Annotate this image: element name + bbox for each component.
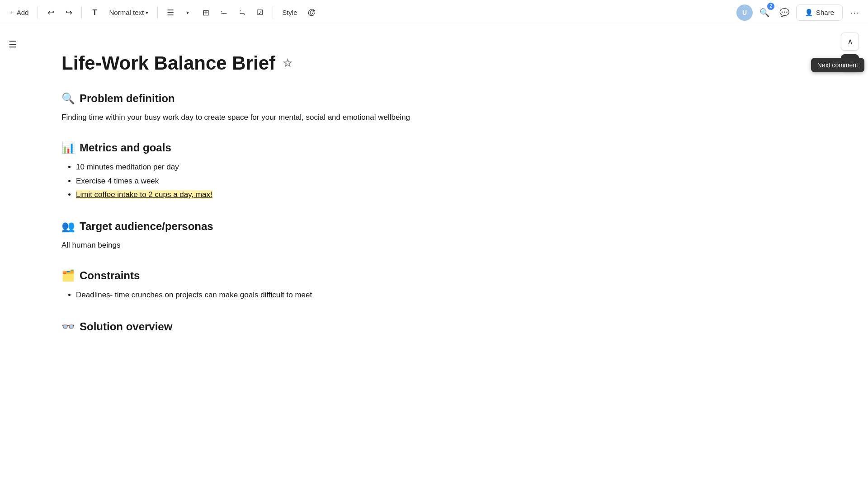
section-heading-solution: 👓 Solution overview bbox=[61, 320, 778, 333]
numbered-list-button[interactable]: ≒ bbox=[234, 5, 250, 21]
constraints-bullet-list: Deadlines- time crunches on projects can… bbox=[61, 288, 778, 302]
chevron-down-icon: ▾ bbox=[146, 9, 148, 16]
plus-icon: + bbox=[10, 9, 14, 16]
content-area: Life-Work Balance Brief ☆ 🔍 Problem defi… bbox=[25, 25, 832, 488]
align-group: ☰ ▾ bbox=[162, 5, 196, 21]
favorite-star-icon[interactable]: ☆ bbox=[283, 57, 292, 70]
metrics-icon: 📊 bbox=[61, 141, 75, 154]
align-icon: ☰ bbox=[167, 8, 174, 18]
sidebar-toggle-area: ☰ bbox=[0, 25, 25, 488]
add-label: Add bbox=[17, 9, 29, 16]
check-icon: ☑ bbox=[257, 8, 263, 17]
metrics-heading-text: Metrics and goals bbox=[80, 141, 171, 154]
prev-comment-button[interactable]: ∧ bbox=[841, 33, 859, 51]
style-label: Style bbox=[282, 9, 297, 16]
style-button[interactable]: Style bbox=[278, 6, 302, 19]
section-heading-metrics: 📊 Metrics and goals bbox=[61, 141, 778, 154]
right-panel: ∧ ∨ Next comment bbox=[832, 25, 868, 488]
list-item: Deadlines- time crunches on projects can… bbox=[76, 288, 778, 302]
redo-button[interactable]: ↪ bbox=[61, 5, 77, 21]
sidebar-toggle-button[interactable]: ☰ bbox=[5, 36, 21, 52]
constraints-heading-text: Constraints bbox=[80, 269, 140, 282]
sidebar-toggle-icon: ☰ bbox=[9, 39, 17, 50]
numbered-list-icon: ≒ bbox=[239, 8, 245, 17]
share-button[interactable]: 👤 Share bbox=[796, 5, 843, 21]
constraints-icon: 🗂️ bbox=[61, 269, 75, 282]
next-comment-tooltip: Next comment bbox=[811, 58, 864, 72]
toolbar-right: U 🔍 2 💬 👤 Share ⋯ bbox=[736, 5, 863, 21]
mention-icon: @ bbox=[307, 8, 316, 17]
section-heading-constraints: 🗂️ Constraints bbox=[61, 269, 778, 282]
align-dropdown[interactable]: ▾ bbox=[179, 5, 196, 21]
divider-4 bbox=[273, 6, 273, 19]
bullet-list-icon: ≔ bbox=[220, 8, 227, 17]
document-title: Life-Work Balance Brief ☆ bbox=[61, 52, 778, 74]
tooltip-label: Next comment bbox=[817, 61, 858, 69]
text-icon: T bbox=[93, 9, 97, 17]
problem-icon: 🔍 bbox=[61, 92, 75, 105]
section-target-audience: 👥 Target audience/personas All human bei… bbox=[61, 220, 778, 251]
problem-heading-text: Problem definition bbox=[80, 92, 175, 105]
main-layout: ☰ Life-Work Balance Brief ☆ 🔍 Problem de… bbox=[0, 25, 868, 488]
bullet-list-button[interactable]: ≔ bbox=[216, 5, 232, 21]
divider-2 bbox=[81, 6, 82, 19]
list-item: Limit coffee intake to 2 cups a day, max… bbox=[76, 188, 778, 202]
list-item: Exercise 4 times a week bbox=[76, 174, 778, 188]
table-icon: ⊞ bbox=[203, 8, 209, 18]
share-label: Share bbox=[816, 9, 834, 16]
text-format-button[interactable]: T bbox=[86, 5, 103, 21]
divider-1 bbox=[38, 6, 38, 19]
divider-3 bbox=[157, 6, 158, 19]
section-problem-definition: 🔍 Problem definition Finding time within… bbox=[61, 92, 778, 123]
section-heading-audience: 👥 Target audience/personas bbox=[61, 220, 778, 233]
audience-heading-text: Target audience/personas bbox=[80, 220, 213, 233]
section-solution: 👓 Solution overview bbox=[61, 320, 778, 333]
comments-button[interactable]: 💬 bbox=[776, 5, 793, 21]
notification-badge[interactable]: 🔍 2 bbox=[756, 5, 773, 21]
highlighted-text: Limit coffee intake to 2 cups a day, max… bbox=[76, 190, 212, 199]
more-options-button[interactable]: ⋯ bbox=[846, 5, 863, 21]
notification-count: 2 bbox=[767, 3, 774, 10]
text-style-label: Normal text bbox=[109, 9, 144, 16]
section-heading-problem: 🔍 Problem definition bbox=[61, 92, 778, 105]
metrics-bullet-list: 10 minutes meditation per day Exercise 4… bbox=[61, 160, 778, 202]
section-metrics: 📊 Metrics and goals 10 minutes meditatio… bbox=[61, 141, 778, 202]
add-button[interactable]: + Add bbox=[5, 6, 33, 19]
avatar[interactable]: U bbox=[736, 5, 753, 21]
section-constraints: 🗂️ Constraints Deadlines- time crunches … bbox=[61, 269, 778, 302]
chevron-up-icon: ∧ bbox=[847, 37, 853, 47]
undo-button[interactable]: ↩ bbox=[42, 5, 59, 21]
align-button[interactable]: ☰ bbox=[162, 5, 179, 21]
table-button[interactable]: ⊞ bbox=[198, 5, 214, 21]
mention-button[interactable]: @ bbox=[304, 5, 320, 21]
toolbar: + Add ↩ ↪ T Normal text ▾ ☰ ▾ ⊞ ≔ ≒ bbox=[0, 0, 868, 25]
more-icon: ⋯ bbox=[850, 8, 859, 18]
audience-text: All human beings bbox=[61, 239, 778, 251]
solution-icon: 👓 bbox=[61, 320, 75, 333]
text-style-dropdown[interactable]: Normal text ▾ bbox=[104, 6, 153, 19]
undo-icon: ↩ bbox=[47, 8, 54, 18]
audience-icon: 👥 bbox=[61, 220, 75, 233]
problem-text: Finding time within your busy work day t… bbox=[61, 111, 778, 123]
redo-icon: ↪ bbox=[66, 8, 72, 18]
share-user-icon: 👤 bbox=[805, 9, 813, 17]
comments-icon: 💬 bbox=[779, 8, 789, 18]
list-item: 10 minutes meditation per day bbox=[76, 160, 778, 174]
checklist-button[interactable]: ☑ bbox=[252, 5, 268, 21]
chevron-down-icon: ▾ bbox=[186, 9, 189, 16]
solution-heading-text: Solution overview bbox=[80, 320, 172, 333]
title-text: Life-Work Balance Brief bbox=[61, 52, 275, 74]
